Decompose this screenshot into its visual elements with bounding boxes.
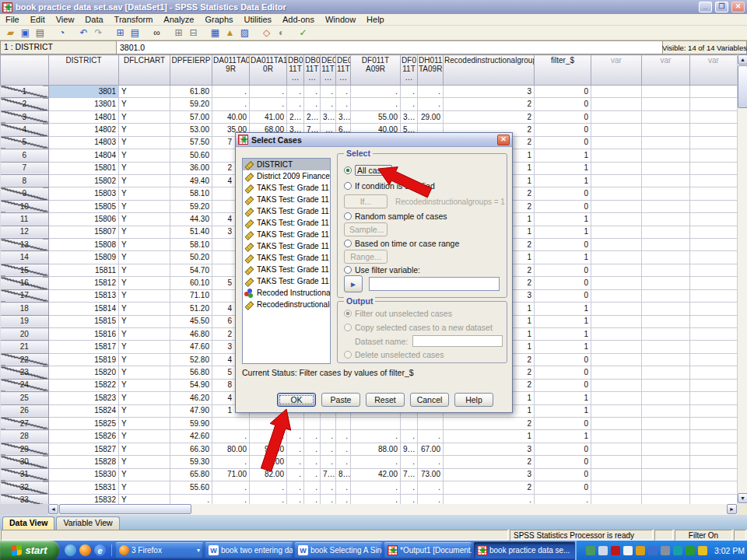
grid-cell[interactable]: . [351, 86, 401, 98]
grid-cell[interactable]: 15809 [49, 251, 119, 264]
grid-cell[interactable]: Y [119, 98, 170, 110]
row-number[interactable]: 6 [1, 149, 49, 162]
row-number[interactable]: 31 [1, 468, 49, 481]
grid-cell[interactable]: . [351, 430, 401, 443]
update-check-icon[interactable] [686, 546, 695, 555]
grid-cell[interactable]: 0 [535, 124, 591, 136]
grid-cell[interactable]: 42.00 [351, 468, 401, 481]
row-number[interactable]: 25 [1, 392, 49, 404]
grid-cell-empty[interactable] [690, 430, 738, 443]
internet-explorer-icon[interactable]: e [94, 544, 106, 556]
close-button[interactable]: ✕ [731, 2, 745, 12]
grid-cell[interactable]: 15806 [49, 213, 119, 226]
grid-cell-empty[interactable] [642, 98, 690, 110]
grid-cell[interactable]: . [321, 456, 336, 468]
messenger-icon[interactable] [623, 546, 633, 555]
grid-cell[interactable]: . [287, 456, 304, 468]
grid-cell[interactable]: 46.20 [170, 392, 212, 404]
grid-cell[interactable]: 42.60 [170, 430, 212, 443]
row-number[interactable]: 11 [1, 213, 49, 226]
grid-cell-empty[interactable] [591, 124, 642, 136]
undo-icon[interactable]: ↶ [76, 26, 91, 39]
dialog-close-icon[interactable]: ✕ [497, 135, 510, 145]
grid-cell[interactable]: 15827 [49, 443, 119, 455]
variable-list-item[interactable]: TAKS Test: Grade 11 F... [243, 252, 330, 264]
desktop-icon[interactable] [65, 544, 76, 556]
grid-cell-empty[interactable] [642, 200, 690, 212]
grid-cell[interactable]: 80.00 [212, 443, 250, 455]
grid-cell[interactable]: . [401, 456, 418, 468]
grid-cell-empty[interactable] [591, 187, 642, 200]
grid-cell-empty[interactable] [690, 136, 738, 149]
grid-cell-empty[interactable] [591, 136, 642, 149]
grid-cell[interactable]: 0 [535, 456, 591, 468]
horizontal-scroll-thumb[interactable] [59, 504, 191, 514]
network-icon[interactable] [586, 546, 595, 555]
row-number[interactable]: 2 [1, 98, 49, 110]
taskbar-button[interactable]: ✚*Output1 [Document... [384, 542, 472, 558]
row-number[interactable]: 17 [1, 289, 49, 302]
scroll-left-icon[interactable]: ◄ [48, 504, 58, 514]
grid-cell[interactable]: Y [119, 303, 170, 315]
grid-cell[interactable]: Y [119, 110, 170, 123]
grid-cell[interactable]: . [401, 98, 418, 110]
grid-cell-empty[interactable] [591, 200, 642, 212]
grid-cell[interactable]: 71.00 [212, 468, 250, 481]
grid-cell-empty[interactable] [642, 328, 690, 341]
column-header-rownum[interactable] [1, 55, 49, 86]
grid-cell[interactable]: 1 [444, 430, 535, 443]
grid-cell[interactable] [304, 417, 321, 429]
grid-cell[interactable]: . [287, 494, 304, 504]
grid-cell[interactable]: . [351, 98, 401, 110]
variable-list-item[interactable]: TAKS Test: Grade 11 E... [243, 240, 330, 252]
radio-filter-variable[interactable]: Use filter variable: [344, 265, 420, 275]
grid-cell-empty[interactable] [690, 392, 738, 404]
grid-cell[interactable]: 15807 [49, 226, 119, 238]
grid-cell[interactable]: . [250, 494, 287, 504]
grid-cell[interactable]: 14803 [49, 136, 119, 149]
grid-cell[interactable]: . [304, 443, 321, 455]
grid-cell[interactable]: 0 [535, 289, 591, 302]
column-header-DF011TA09R[interactable]: DF011T A09R [351, 55, 401, 86]
grid-cell[interactable]: 71.10 [170, 289, 212, 302]
grid-cell[interactable]: 82.00 [250, 468, 287, 481]
grid-cell[interactable]: 1 [535, 303, 591, 315]
grid-cell[interactable]: 15817 [49, 341, 119, 353]
grid-cell[interactable]: 73.00 [418, 468, 444, 481]
row-number[interactable]: 21 [1, 341, 49, 353]
grid-cell[interactable]: Y [119, 404, 170, 417]
grid-cell-empty[interactable] [591, 392, 642, 404]
grid-cell[interactable]: Y [119, 341, 170, 353]
tab-data-view[interactable]: Data View [2, 516, 54, 530]
grid-cell[interactable]: . [304, 481, 321, 494]
row-number[interactable]: 19 [1, 315, 49, 327]
grid-cell-empty[interactable] [690, 187, 738, 200]
grid-cell[interactable]: 0 [535, 98, 591, 110]
grid-cell[interactable]: . [418, 456, 444, 468]
grid-cell[interactable]: 65.80 [170, 468, 212, 481]
variable-list-item[interactable]: District 2009 Finance: E... [243, 170, 330, 182]
grid-cell[interactable]: 52.80 [170, 353, 212, 366]
grid-cell-empty[interactable] [690, 303, 738, 315]
grid-cell-empty[interactable] [591, 481, 642, 494]
grid-cell[interactable]: Y [119, 277, 170, 289]
grid-cell[interactable]: . [336, 86, 351, 98]
tab-variable-view[interactable]: Variable View [56, 516, 119, 530]
variable-list-item[interactable]: TAKS Test: Grade 11 A... [243, 194, 330, 205]
variables-icon[interactable]: ▤ [128, 26, 142, 39]
grid-cell[interactable]: Y [119, 456, 170, 468]
grid-cell[interactable]: Y [119, 162, 170, 174]
grid-cell[interactable]: 1 [535, 392, 591, 404]
radio-all-cases[interactable]: All cases [344, 165, 392, 176]
column-header-filter_$[interactable]: filter_$ [535, 55, 591, 86]
grid-cell-empty[interactable] [690, 417, 738, 429]
row-number[interactable]: 22 [1, 353, 49, 366]
column-header-DE011T_1[interactable]: DE0 11T … [321, 55, 336, 86]
grid-cell[interactable]: Y [119, 417, 170, 429]
grid-cell[interactable]: 15824 [49, 404, 119, 417]
menu-window[interactable]: Window [320, 15, 361, 24]
menu-view[interactable]: View [51, 15, 80, 24]
grid-cell[interactable] [401, 417, 418, 429]
grid-cell[interactable]: 15803 [49, 187, 119, 200]
grid-cell[interactable]: 2 [444, 481, 535, 494]
